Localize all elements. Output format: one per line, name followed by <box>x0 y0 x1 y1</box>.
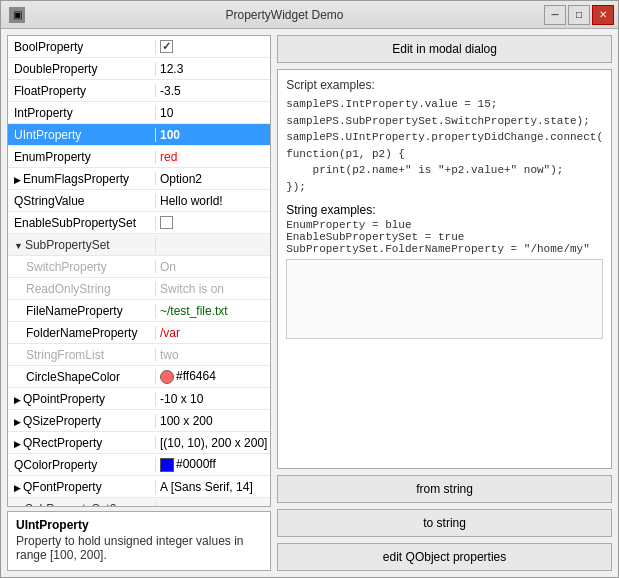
prop-row-int[interactable]: IntProperty 10 <box>8 102 270 124</box>
prop-value-filename: ~/test_file.txt <box>156 304 270 318</box>
prop-row-stringfromlist[interactable]: StringFromList two <box>8 344 270 366</box>
prop-value-uint: 100 <box>156 128 270 142</box>
prop-name-double: DoubleProperty <box>8 62 156 76</box>
script-output-area <box>286 259 603 339</box>
prop-value-int: 10 <box>156 106 270 120</box>
bool-checkbox[interactable] <box>160 40 173 53</box>
prop-value-folder: /var <box>156 326 270 340</box>
prop-name-uint: UIntProperty <box>8 128 156 142</box>
string-line-3: SubPropertySet.FolderNameProperty = "/ho… <box>286 243 603 255</box>
prop-name-subpropertyset2: ▼SubPropertySet2 <box>8 502 156 508</box>
prop-name-qstring: QStringValue <box>8 194 156 208</box>
prop-name-folder: FolderNameProperty <box>8 326 156 340</box>
prop-name-switch: SwitchProperty <box>8 260 156 274</box>
prop-value-circleshapecolor: #ff6464 <box>156 369 270 384</box>
prop-row-qrect[interactable]: ▶QRectProperty [(10, 10), 200 x 200] <box>8 432 270 454</box>
prop-row-enablesub[interactable]: EnableSubPropertySet <box>8 212 270 234</box>
expand-icon-enumflags: ▶ <box>14 175 21 185</box>
edit-qobject-button[interactable]: edit QObject properties <box>277 543 612 571</box>
prop-value-qrect: [(10, 10), 200 x 200] <box>156 436 270 450</box>
close-button[interactable]: ✕ <box>592 5 614 25</box>
minimize-button[interactable]: ─ <box>544 5 566 25</box>
prop-value-bool[interactable] <box>156 40 270 53</box>
prop-row-subpropertyset2[interactable]: ▼SubPropertySet2 <box>8 498 270 507</box>
string-line-2: EnableSubPropertySet = true <box>286 231 603 243</box>
prop-row-enumflags[interactable]: ▶EnumFlagsProperty Option2 <box>8 168 270 190</box>
script-area: Script examples: samplePS.IntProperty.va… <box>277 69 612 469</box>
script-section: Script examples: samplePS.IntProperty.va… <box>286 76 603 195</box>
prop-row-subpropertyset[interactable]: ▼SubPropertySet <box>8 234 270 256</box>
prop-name-qrect: ▶QRectProperty <box>8 436 156 450</box>
to-string-button[interactable]: to string <box>277 509 612 537</box>
prop-row-qsize[interactable]: ▶QSizeProperty 100 x 200 <box>8 410 270 432</box>
expand-icon-qfont: ▶ <box>14 483 21 493</box>
script-examples-title: Script examples: <box>286 76 603 94</box>
prop-name-stringfromlist: StringFromList <box>8 348 156 362</box>
prop-row-qstring[interactable]: QStringValue Hello world! <box>8 190 270 212</box>
prop-name-bool: BoolProperty <box>8 40 156 54</box>
prop-name-qsize: ▶QSizeProperty <box>8 414 156 428</box>
string-examples-title: String examples: <box>286 203 603 217</box>
description-text: Property to hold unsigned integer values… <box>16 534 262 562</box>
prop-value-readonly: Switch is on <box>156 282 270 296</box>
prop-row-filename[interactable]: FileNameProperty ~/test_file.txt <box>8 300 270 322</box>
prop-name-circleshapecolor: CircleShapeColor <box>8 370 156 384</box>
prop-name-readonly: ReadOnlyString <box>8 282 156 296</box>
prop-row-qcolor[interactable]: QColorProperty #0000ff <box>8 454 270 476</box>
from-string-button[interactable]: from string <box>277 475 612 503</box>
prop-row-qfont[interactable]: ▶QFontProperty A [Sans Serif, 14] <box>8 476 270 498</box>
prop-value-qfont: A [Sans Serif, 14] <box>156 480 270 494</box>
script-line-4: function(p1, p2) { <box>286 146 603 163</box>
titlebar: ▣ PropertyWidget Demo ─ □ ✕ <box>1 1 618 29</box>
prop-value-qcolor: #0000ff <box>156 457 270 472</box>
main-window: ▣ PropertyWidget Demo ─ □ ✕ BoolProperty <box>0 0 619 578</box>
prop-value-switch: On <box>156 260 270 274</box>
prop-name-enum: EnumProperty <box>8 150 156 164</box>
prop-name-enumflags: ▶EnumFlagsProperty <box>8 172 156 186</box>
collapse-icon-sub2: ▼ <box>14 505 23 508</box>
prop-row-uint[interactable]: UIntProperty 100 <box>8 124 270 146</box>
prop-name-qpoint: ▶QPointProperty <box>8 392 156 406</box>
prop-value-qpoint: -10 x 10 <box>156 392 270 406</box>
edit-modal-button[interactable]: Edit in modal dialog <box>277 35 612 63</box>
script-line-6: }); <box>286 179 603 196</box>
prop-name-filename: FileNameProperty <box>8 304 156 318</box>
description-panel: UIntProperty Property to hold unsigned i… <box>7 511 271 571</box>
prop-value-qsize: 100 x 200 <box>156 414 270 428</box>
prop-row-double[interactable]: DoubleProperty 12.3 <box>8 58 270 80</box>
prop-row-readonly[interactable]: ReadOnlyString Switch is on <box>8 278 270 300</box>
script-line-2: samplePS.SubPropertySet.SwitchProperty.s… <box>286 113 603 130</box>
prop-value-qstring: Hello world! <box>156 194 270 208</box>
prop-name-qcolor: QColorProperty <box>8 458 156 472</box>
prop-name-subpropertyset: ▼SubPropertySet <box>8 238 156 252</box>
restore-button[interactable]: □ <box>568 5 590 25</box>
left-panel: BoolProperty DoubleProperty 12.3 FloatPr… <box>7 35 271 571</box>
prop-row-enum[interactable]: EnumProperty red <box>8 146 270 168</box>
string-line-1: EnumProperty = blue <box>286 219 603 231</box>
prop-value-enumflags: Option2 <box>156 172 270 186</box>
titlebar-buttons: ─ □ ✕ <box>544 5 614 25</box>
prop-row-switch[interactable]: SwitchProperty On <box>8 256 270 278</box>
prop-row-bool[interactable]: BoolProperty <box>8 36 270 58</box>
script-line-3: samplePS.UIntProperty.propertyDidChange.… <box>286 129 603 146</box>
window-icon: ▣ <box>9 7 25 23</box>
string-examples: String examples: EnumProperty = blue Ena… <box>286 203 603 255</box>
property-table[interactable]: BoolProperty DoubleProperty 12.3 FloatPr… <box>7 35 271 507</box>
script-line-5: print(p2.name+" is "+p2.value+" now"); <box>286 162 603 179</box>
script-line-1: samplePS.IntProperty.value = 15; <box>286 96 603 113</box>
expand-icon-qrect: ▶ <box>14 439 21 449</box>
prop-value-float: -3.5 <box>156 84 270 98</box>
expand-icon-qsize: ▶ <box>14 417 21 427</box>
prop-row-circleshapecolor[interactable]: CircleShapeColor #ff6464 <box>8 366 270 388</box>
prop-value-stringfromlist: two <box>156 348 270 362</box>
window-body: BoolProperty DoubleProperty 12.3 FloatPr… <box>1 29 618 577</box>
color-swatch-square <box>160 458 174 472</box>
prop-row-folder[interactable]: FolderNameProperty /var <box>8 322 270 344</box>
prop-name-int: IntProperty <box>8 106 156 120</box>
description-title: UIntProperty <box>16 518 262 532</box>
prop-name-enablesub: EnableSubPropertySet <box>8 216 156 230</box>
prop-row-float[interactable]: FloatProperty -3.5 <box>8 80 270 102</box>
enablesub-checkbox[interactable] <box>160 216 173 229</box>
prop-row-qpoint[interactable]: ▶QPointProperty -10 x 10 <box>8 388 270 410</box>
prop-value-enablesub[interactable] <box>156 216 270 229</box>
